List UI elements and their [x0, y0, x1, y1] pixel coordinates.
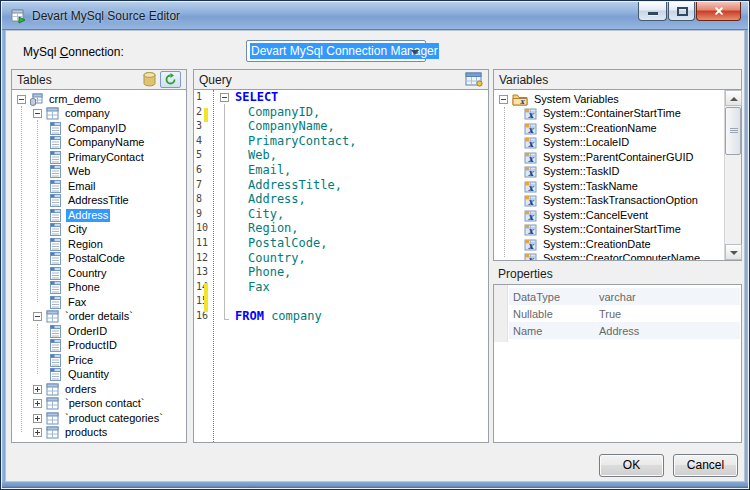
dropdown-arrow-icon[interactable]	[411, 50, 419, 55]
fold-collapse-icon[interactable]	[220, 93, 229, 102]
column-icon	[49, 296, 62, 309]
tree-node-column[interactable]: Phone	[12, 281, 186, 296]
tree-node-system-variables[interactable]: x System Variables	[494, 92, 724, 107]
property-name: Name	[509, 325, 599, 337]
variable-item[interactable]: xSystem::TaskName	[494, 179, 724, 194]
connection-combobox[interactable]: Devart MySql Connection Manager	[246, 40, 426, 62]
tree-node-column[interactable]: Email	[12, 179, 186, 194]
tree-node-table[interactable]: `order details`	[12, 310, 186, 325]
variable-label: System::CreationDate	[541, 238, 653, 251]
tree-node-label: `person contact`	[63, 397, 146, 410]
variable-item[interactable]: xSystem::LocaleID	[494, 136, 724, 151]
scroll-down-button[interactable]	[725, 244, 742, 260]
variable-item[interactable]: xSystem::ContainerStartTime	[494, 223, 724, 238]
column-icon	[49, 180, 62, 193]
tree-node-column[interactable]: Quantity	[12, 368, 186, 383]
variable-icon: x	[524, 122, 537, 135]
properties-margin-strip	[494, 285, 508, 342]
tree-node-table[interactable]: `person contact`	[12, 397, 186, 412]
tree-node-label: CompanyID	[66, 122, 128, 135]
tree-node-column-selected[interactable]: Address	[12, 208, 186, 223]
query-builder-icon[interactable]	[465, 72, 483, 87]
variable-item[interactable]: xSystem::ParentContainerGUID	[494, 150, 724, 165]
collapse-expander-icon[interactable]	[33, 109, 42, 118]
table-icon	[46, 397, 59, 410]
tree-node-table[interactable]: orders	[12, 382, 186, 397]
tree-node-database[interactable]: crm_demo	[12, 92, 186, 107]
collapse-expander-icon[interactable]	[499, 95, 508, 104]
tree-node-column[interactable]: AddressTitle	[12, 194, 186, 209]
arrow-down-icon	[730, 251, 738, 255]
tree-node-label: PostalCode	[66, 252, 127, 265]
column-icon	[49, 325, 62, 338]
query-panel: Query 1 2 3 4 5 6 7 8 9 10	[193, 69, 489, 443]
ok-button[interactable]: OK	[599, 454, 664, 477]
expand-icon[interactable]	[33, 399, 42, 408]
tree-node-column[interactable]: ProductID	[12, 339, 186, 354]
property-value[interactable]: Address	[599, 325, 740, 337]
property-name: Nullable	[509, 308, 599, 320]
tree-node-column[interactable]: Region	[12, 237, 186, 252]
variable-item[interactable]: xSystem::CreationDate	[494, 237, 724, 252]
tree-node-column[interactable]: OrderID	[12, 324, 186, 339]
close-button[interactable]	[696, 2, 741, 21]
variable-label: System::ContainerStartTime	[541, 223, 683, 236]
tree-node-table[interactable]: company	[12, 107, 186, 122]
fold-guide-foot	[224, 319, 229, 320]
refresh-button[interactable]	[160, 71, 181, 88]
sql-keyword: SELECT	[235, 90, 278, 104]
expand-icon[interactable]	[33, 414, 42, 423]
variables-tree: x System Variables xSystem::ContainerSta…	[494, 90, 724, 260]
sql-editor[interactable]: 1 2 3 4 5 6 7 8 9 10 11 12 13 14 15 16	[194, 90, 488, 442]
database-icon[interactable]	[143, 72, 156, 87]
tree-node-label: orders	[63, 383, 98, 396]
tree-node-column[interactable]: Price	[12, 353, 186, 368]
collapse-expander-icon[interactable]	[33, 312, 42, 321]
tree-node-table[interactable]: `product categories`	[12, 411, 186, 426]
expand-icon[interactable]	[33, 428, 42, 437]
tree-node-column[interactable]: PostalCode	[12, 252, 186, 267]
variables-panel-header: Variables	[494, 70, 741, 90]
collapse-expander-icon[interactable]	[17, 95, 26, 104]
scroll-up-button[interactable]	[725, 90, 742, 106]
variable-item[interactable]: xSystem::CancelEvent	[494, 208, 724, 223]
variable-item[interactable]: xSystem::ContainerStartTime	[494, 107, 724, 122]
cancel-button[interactable]: Cancel	[673, 454, 738, 477]
maximize-button[interactable]	[668, 2, 695, 21]
column-icon	[49, 223, 62, 236]
tree-node-column[interactable]: CompanyName	[12, 136, 186, 151]
variable-icon: x	[524, 107, 537, 120]
tree-node-column[interactable]: PrimaryContact	[12, 150, 186, 165]
property-value[interactable]: True	[599, 308, 740, 320]
variable-label: System::TaskID	[541, 165, 621, 178]
tree-node-column[interactable]: CompanyID	[12, 121, 186, 136]
variables-scrollbar[interactable]	[724, 90, 741, 260]
tree-node-column[interactable]: City	[12, 223, 186, 238]
variable-icon: x	[524, 165, 537, 178]
connection-label: MySql Connection:	[23, 45, 124, 59]
tree-node-column[interactable]: Fax	[12, 295, 186, 310]
variable-item[interactable]: xSystem::TaskTransactionOption	[494, 194, 724, 209]
variable-item[interactable]: xSystem::CreatorComputerName	[494, 252, 724, 261]
property-row[interactable]: DataType varchar	[509, 288, 740, 305]
tables-panel: Tables	[11, 69, 187, 443]
variable-item[interactable]: xSystem::CreationName	[494, 121, 724, 136]
variable-label: System::LocaleID	[541, 136, 631, 149]
tree-node-column[interactable]: Country	[12, 266, 186, 281]
tree-node-table[interactable]: products	[12, 426, 186, 441]
scrollbar-thumb[interactable]	[725, 107, 741, 155]
tree-node-label: Quantity	[66, 368, 111, 381]
table-icon	[46, 310, 59, 323]
property-row[interactable]: Nullable True	[509, 305, 740, 322]
minimize-button[interactable]	[638, 2, 667, 21]
property-row[interactable]: Name Address	[509, 322, 740, 339]
expand-icon[interactable]	[33, 385, 42, 394]
tree-node-column[interactable]: Web	[12, 165, 186, 180]
variable-label: System::ContainerStartTime	[541, 107, 683, 120]
variable-item[interactable]: xSystem::TaskID	[494, 165, 724, 180]
window-frame-right	[745, 30, 748, 488]
variable-label: System::TaskName	[541, 180, 640, 193]
property-value[interactable]: varchar	[599, 291, 740, 303]
tree-node-label: System Variables	[532, 93, 621, 106]
tables-panel-header: Tables	[12, 70, 186, 90]
